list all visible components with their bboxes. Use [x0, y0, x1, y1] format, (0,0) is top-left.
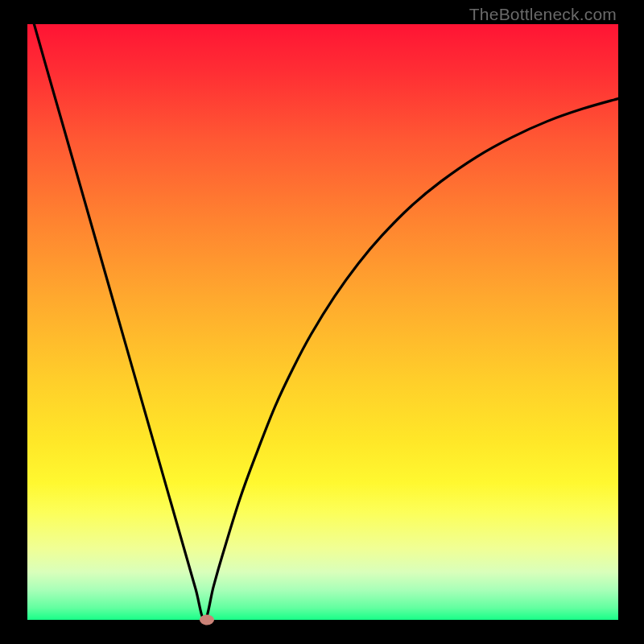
- watermark-text: TheBottleneck.com: [469, 5, 617, 24]
- plot-area: [27, 24, 618, 620]
- chart-frame: TheBottleneck.com: [0, 0, 644, 644]
- optimum-marker: [200, 615, 214, 625]
- bottleneck-curve: [27, 24, 618, 620]
